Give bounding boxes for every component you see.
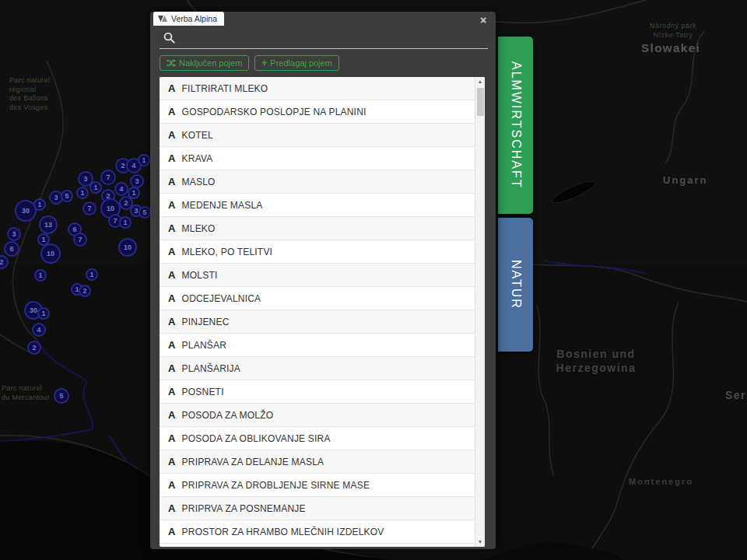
concept-label: KRAVA xyxy=(182,153,213,164)
search-field[interactable] xyxy=(160,27,488,49)
concept-label: PRIPRAVA ZA DELANJE MASLA xyxy=(182,457,324,467)
map-cluster-marker[interactable]: 7 xyxy=(100,170,116,185)
concept-label: MEDENJE MASLA xyxy=(182,200,263,211)
map-place-label: Národný park Nízke Tatry xyxy=(638,22,708,40)
concept-label: POSODA ZA OBLIKOVANJE SIRA xyxy=(182,433,331,444)
dialog-title: Verba Alpina xyxy=(171,14,217,23)
concept-list-item[interactable]: APOSODA ZA OBLIKOVANJE SIRA xyxy=(160,427,485,450)
map-cluster-marker[interactable]: 4 xyxy=(114,182,128,196)
scroll-down-icon[interactable]: ▼ xyxy=(475,537,485,547)
concept-list-item[interactable]: APRIPRAVA ZA DELANJE MASLA xyxy=(160,450,485,474)
concept-label: MLEKO xyxy=(182,223,216,234)
map-cluster-marker[interactable]: 4 xyxy=(32,323,46,337)
close-icon[interactable]: × xyxy=(477,14,489,26)
map-place-label: Parc naturel régional des Ballons des Vo… xyxy=(9,76,64,113)
concept-label: PRIPRVA ZA POSNEMANJE xyxy=(182,503,306,514)
concept-label: ODCEJEVALNICA xyxy=(182,293,261,304)
map-cluster-marker[interactable]: 2 xyxy=(79,285,91,297)
map-cluster-marker[interactable]: 7 xyxy=(82,201,96,215)
map-cluster-marker[interactable]: 6 xyxy=(4,241,19,257)
concept-icon: A xyxy=(168,176,176,187)
concept-toolbar: Naključen pojem + Predlagaj pojem xyxy=(160,55,339,71)
concept-icon: A xyxy=(168,129,176,141)
concept-icon: A xyxy=(168,152,176,164)
random-concept-button[interactable]: Naključen pojem xyxy=(160,55,249,71)
concept-list-item[interactable]: APINJENEC xyxy=(160,310,485,334)
tab-natur[interactable]: NATUR xyxy=(498,218,533,352)
concept-icon: A xyxy=(168,456,176,467)
concept-label: PROSTOR ZA HRAMBO MLEČNIH IZDELKOV xyxy=(182,527,384,537)
map-place-label: Bosnien und Herzegowina xyxy=(549,347,643,375)
map-cluster-marker[interactable]: 1 xyxy=(119,216,132,229)
concept-label: PINJENEC xyxy=(182,317,230,327)
concept-label: PLANŠARIJA xyxy=(182,363,240,374)
map-cluster-marker[interactable]: 1 xyxy=(37,307,50,320)
concept-label: POSODA ZA MOLŽO xyxy=(182,410,274,421)
map-cluster-marker[interactable]: 1 xyxy=(76,187,89,199)
concept-icon: A xyxy=(168,82,176,94)
map-cluster-marker[interactable]: 1 xyxy=(89,181,102,194)
concept-label: MLEKO, PO TELITVI xyxy=(182,247,273,257)
shuffle-icon xyxy=(167,59,176,67)
concept-icon: A xyxy=(168,199,176,211)
scrollbar-thumb[interactable] xyxy=(477,88,484,116)
concept-list-item[interactable]: AFILTRIRATI MLEKO xyxy=(160,77,485,100)
concept-icon: A xyxy=(168,339,176,351)
map-cluster-marker[interactable]: 5 xyxy=(54,388,69,404)
concept-list-item[interactable]: APOSNETI xyxy=(160,380,485,404)
concept-list-item[interactable]: AMASLO xyxy=(160,170,485,194)
concept-label: MASLO xyxy=(182,177,216,187)
concept-icon: A xyxy=(168,526,176,537)
concept-icon: A xyxy=(168,386,176,397)
dialog-title-tab[interactable]: Verba Alpina xyxy=(153,12,224,26)
concept-list-item[interactable]: AMLEKO, PO TELITVI xyxy=(160,240,485,264)
concept-list-item[interactable]: APROSTOR ZA HRAMBO MLEČNIH IZDELKOV xyxy=(160,520,485,544)
map-cluster-marker[interactable]: 10 xyxy=(118,238,137,257)
random-concept-label: Naključen pojem xyxy=(179,58,242,68)
concept-list-item[interactable]: AKRAVA xyxy=(160,147,485,170)
concept-label: MOLSTI xyxy=(182,270,218,281)
concept-icon: A xyxy=(168,106,176,117)
concept-list-item[interactable]: APRIPRVA ZA POSNEMANJE xyxy=(160,497,485,520)
map-cluster-marker[interactable]: 5 xyxy=(61,190,73,202)
concept-list-item[interactable]: APRIPRAVA ZA DROBLJENJE SIRNE MASE xyxy=(160,474,485,497)
concept-list-item[interactable]: AMLEKO xyxy=(160,217,485,240)
map-cluster-marker[interactable]: 1 xyxy=(86,268,98,281)
concept-rows: AFILTRIRATI MLEKOAGOSPODARSKO POSLOPJE N… xyxy=(160,77,485,544)
concept-list-item[interactable]: AMOLSTI xyxy=(160,264,485,287)
concept-dialog: Verba Alpina × Naključen pojem + Predlag… xyxy=(150,12,496,549)
concept-icon: A xyxy=(168,246,176,257)
concept-list-item[interactable]: APLANŠAR xyxy=(160,334,485,357)
map-cluster-marker[interactable]: 30 xyxy=(15,200,37,222)
map-cluster-marker[interactable]: 1 xyxy=(34,269,47,282)
map-cluster-marker[interactable]: 1 xyxy=(138,154,150,166)
concept-list-item[interactable]: AODCEJEVALNICA xyxy=(160,287,485,310)
scroll-up-icon[interactable]: ▲ xyxy=(475,77,485,86)
map-place-label: Slowakei xyxy=(641,40,735,56)
map-cluster-marker[interactable]: 10 xyxy=(40,243,61,264)
map-cluster-marker[interactable]: 5 xyxy=(139,206,151,219)
map-place-label: Ungarn xyxy=(663,174,725,187)
map-cluster-marker[interactable]: 13 xyxy=(39,215,58,234)
concept-icon: A xyxy=(168,222,176,234)
tab-almwirtschaft[interactable]: ALMWIRTSCHAFT xyxy=(498,37,533,214)
concept-list-item[interactable]: APOSODA ZA MOLŽO xyxy=(160,404,485,427)
concept-list-item[interactable]: AGOSPODARSKO POSLOPJE NA PLANINI xyxy=(160,100,485,124)
map-cluster-marker[interactable]: 2 xyxy=(27,341,41,355)
concept-icon: A xyxy=(168,292,176,304)
concept-list-item[interactable]: AMEDENJE MASLA xyxy=(160,194,485,217)
concept-icon: A xyxy=(168,316,176,327)
map-cluster-marker[interactable]: 3 xyxy=(7,227,21,241)
suggest-concept-button[interactable]: + Predlagaj pojem xyxy=(254,55,339,71)
scrollbar[interactable]: ▲ ▼ xyxy=(475,77,485,547)
concept-label: GOSPODARSKO POSLOPJE NA PLANINI xyxy=(182,107,366,117)
map-place-label: Serbien xyxy=(725,388,747,402)
concept-list-item[interactable]: APLANŠARIJA xyxy=(160,357,485,380)
concept-icon: A xyxy=(168,432,176,444)
map-cluster-marker[interactable]: 7 xyxy=(73,233,87,247)
concept-label: POSNETI xyxy=(182,387,224,397)
concept-list-item[interactable]: AKOTEL xyxy=(160,124,485,147)
map-place-label: Montenegro xyxy=(629,476,707,487)
concept-icon: A xyxy=(168,479,176,491)
tab-almwirtschaft-label: ALMWIRTSCHAFT xyxy=(509,61,523,188)
